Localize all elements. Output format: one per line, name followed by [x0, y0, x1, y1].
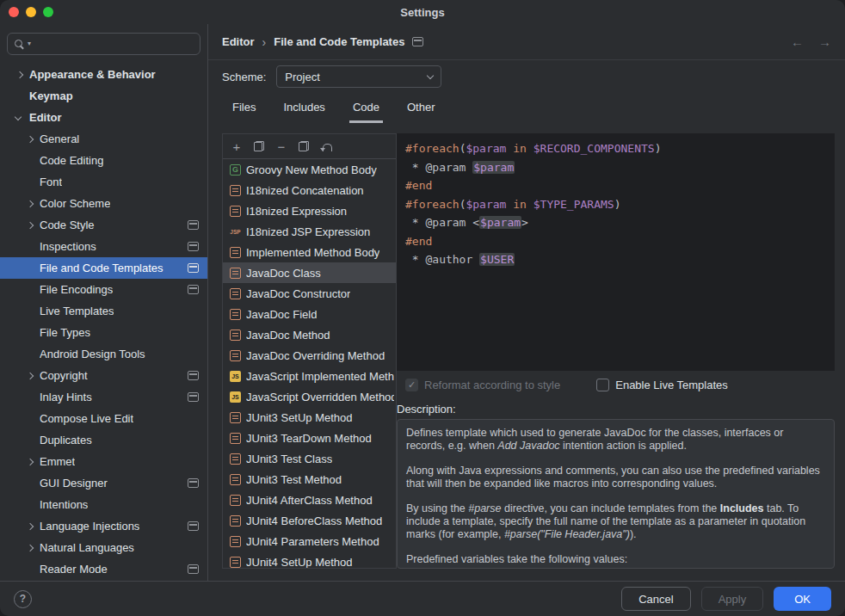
close-button[interactable]	[9, 7, 19, 17]
sidebar-item-duplicates[interactable]: Duplicates	[0, 429, 207, 451]
template-item-junit3-teardown-method[interactable]: JUnit3 TearDown Method	[223, 428, 396, 448]
template-item-label: JUnit3 Test Class	[246, 453, 332, 465]
sidebar-item-label: Color Scheme	[40, 197, 110, 210]
reset-template-icon	[322, 142, 331, 151]
sidebar-item-font[interactable]: Font	[0, 171, 207, 193]
sidebar-item-emmet[interactable]: Emmet	[0, 451, 207, 472]
search-input[interactable]	[34, 38, 194, 51]
sidebar-item-intentions[interactable]: Intentions	[0, 494, 207, 515]
create-template-button[interactable]: +	[226, 137, 247, 156]
sidebar-item-file-and-code-templates[interactable]: File and Code Templates	[0, 257, 207, 279]
checkbox-enable-live-templates[interactable]: Enable Live Templates	[596, 379, 728, 391]
sidebar-item-keymap[interactable]: Keymap	[0, 85, 207, 107]
chevron-slot	[26, 373, 40, 379]
template-item-javadoc-class[interactable]: JavaDoc Class	[223, 262, 396, 283]
template-item-junit3-test-method[interactable]: JUnit3 Test Method	[223, 469, 396, 490]
sidebar-item-live-templates[interactable]: Live Templates	[0, 300, 207, 322]
chevron-right-icon[interactable]	[27, 522, 34, 529]
settings-search[interactable]: ▾	[7, 33, 200, 55]
template-item-javascript-implemented-method[interactable]: JSJavaScript Implemented Method	[223, 366, 396, 386]
chevron-right-icon[interactable]	[27, 200, 34, 206]
forward-arrow-icon[interactable]: →	[818, 34, 831, 49]
sidebar-item-file-types[interactable]: File Types	[0, 322, 207, 343]
copy-template-button[interactable]	[293, 137, 314, 156]
scheme-select[interactable]: Project	[276, 65, 441, 88]
sidebar-item-color-scheme[interactable]: Color Scheme	[0, 193, 207, 214]
tab-files[interactable]: Files	[229, 95, 259, 123]
template-item-implemented-method-body[interactable]: Implemented Method Body	[223, 242, 396, 262]
template-item-javadoc-method[interactable]: JavaDoc Method	[223, 324, 396, 345]
template-item-junit4-afterclass-method[interactable]: JUnit4 AfterClass Method	[223, 490, 396, 510]
chevron-right-icon[interactable]	[27, 372, 34, 379]
description-box[interactable]: Defines template which used to generate …	[397, 419, 835, 569]
description-text: By using the	[406, 502, 468, 514]
template-item-groovy-new-method-body[interactable]: GGroovy New Method Body	[223, 159, 396, 180]
sidebar-item-label: File and Code Templates	[40, 262, 163, 274]
sidebar-item-android-design-tools[interactable]: Android Design Tools	[0, 343, 207, 365]
description-paragraph: Along with Java expressions and comments…	[406, 465, 825, 490]
jsp-file-icon: JSP	[230, 226, 241, 237]
template-item-i18nized-concatenation[interactable]: I18nized Concatenation	[223, 180, 396, 200]
template-item-junit3-test-class[interactable]: JUnit3 Test Class	[223, 448, 396, 469]
template-item-junit4-beforeclass-method[interactable]: JUnit4 BeforeClass Method	[223, 510, 396, 531]
sidebar-item-label: Compose Live Edit	[40, 412, 133, 425]
template-item-javadoc-field[interactable]: JavaDoc Field	[223, 304, 396, 324]
sidebar-item-inspections[interactable]: Inspections	[0, 236, 207, 257]
template-item-junit4-parameters-method[interactable]: JUnit4 Parameters Method	[223, 531, 396, 551]
template-file-icon	[230, 330, 241, 341]
breadcrumb-editor[interactable]: Editor	[222, 35, 255, 48]
screen-icon	[412, 37, 423, 46]
template-editor[interactable]: #foreach($param in $RECORD_COMPONENTS) *…	[397, 133, 835, 371]
sidebar-item-reader-mode[interactable]: Reader Mode	[0, 558, 207, 580]
template-item-javadoc-constructor[interactable]: JavaDoc Constructor	[223, 283, 396, 304]
cancel-button[interactable]: Cancel	[621, 587, 690, 611]
sidebar-item-code-editing[interactable]: Code Editing	[0, 150, 207, 171]
sidebar-item-appearance-behavior[interactable]: Appearance & Behavior	[0, 64, 207, 85]
chevron-right-icon[interactable]	[27, 458, 34, 465]
chevron-down-icon[interactable]	[15, 113, 22, 120]
back-arrow-icon[interactable]: ←	[791, 34, 804, 49]
search-icon	[14, 39, 25, 50]
chevron-slot	[15, 116, 29, 120]
template-item-i18nized-expression[interactable]: I18nized Expression	[223, 200, 396, 221]
reset-template-button[interactable]	[316, 137, 336, 156]
help-button[interactable]: ?	[14, 590, 32, 608]
chevron-right-icon[interactable]	[16, 71, 23, 77]
sidebar-item-copyright[interactable]: Copyright	[0, 365, 207, 386]
search-filter-caret-icon[interactable]: ▾	[28, 40, 31, 47]
template-item-junit4-setup-method[interactable]: JUnit4 SetUp Method	[223, 551, 396, 568]
chevron-slot	[26, 459, 40, 465]
sidebar-item-code-style[interactable]: Code Style	[0, 214, 207, 236]
checkbox-label: Reformat according to style	[424, 379, 560, 391]
template-item-i18nized-jsp-expression[interactable]: JSPI18nized JSP Expression	[223, 221, 396, 242]
sidebar-item-general[interactable]: General	[0, 128, 207, 150]
sidebar-item-inlay-hints[interactable]: Inlay Hints	[0, 386, 207, 408]
sidebar-item-editor[interactable]: Editor	[0, 107, 207, 128]
chevron-right-icon[interactable]	[27, 221, 34, 228]
sidebar-item-file-encodings[interactable]: File Encodings	[0, 279, 207, 300]
chevron-slot	[26, 201, 40, 206]
sidebar-item-gui-designer[interactable]: GUI Designer	[0, 472, 207, 494]
checkbox-box[interactable]	[596, 379, 609, 391]
minimize-button[interactable]	[26, 7, 36, 17]
tab-other[interactable]: Other	[404, 95, 439, 123]
code-line: * @param $param	[405, 158, 826, 177]
zoom-button[interactable]	[43, 7, 53, 17]
template-list-panel: +− GGroovy New Method BodyI18nized Conca…	[222, 133, 397, 569]
sidebar-item-compose-live-edit[interactable]: Compose Live Edit	[0, 408, 207, 429]
template-item-junit3-setup-method[interactable]: JUnit3 SetUp Method	[223, 407, 396, 428]
template-item-javascript-overridden-method[interactable]: JSJavaScript Overridden Method	[223, 386, 396, 407]
template-item-javadoc-overriding-method[interactable]: JavaDoc Overriding Method	[223, 345, 396, 366]
create-child-template-button[interactable]	[249, 137, 269, 156]
sidebar-item-natural-languages[interactable]: Natural Languages	[0, 537, 207, 558]
remove-template-button[interactable]: −	[271, 137, 292, 156]
template-item-label: JUnit3 TearDown Method	[246, 432, 372, 445]
sidebar-item-language-injections[interactable]: Language Injections	[0, 515, 207, 537]
ok-button[interactable]: OK	[774, 587, 831, 611]
code-token: #end	[405, 235, 432, 248]
chevron-right-icon[interactable]	[27, 544, 34, 551]
chevron-right-icon[interactable]	[27, 135, 34, 142]
sidebar-item-label: File Encodings	[40, 283, 113, 296]
tab-includes[interactable]: Includes	[280, 95, 328, 123]
tab-code[interactable]: Code	[349, 95, 383, 123]
